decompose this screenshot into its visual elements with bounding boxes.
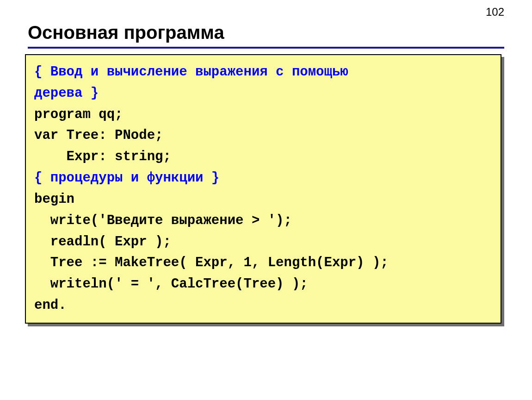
code-line: write('Введите выражение > ');	[34, 213, 292, 228]
slide: 102 Основная программа { Ввод и вычислен…	[0, 0, 532, 400]
code-line: Tree := MakeTree( Expr, 1, Length(Expr) …	[34, 255, 389, 270]
slide-title: Основная программа	[28, 22, 504, 43]
code-comment: { процедуры и функции }	[34, 170, 219, 186]
code-line: end.	[34, 298, 67, 313]
code-line: var Tree: PNode;	[34, 128, 163, 143]
code-line: readln( Expr );	[34, 234, 171, 250]
code-line: begin	[34, 192, 74, 207]
code-line: program qq;	[34, 107, 123, 122]
title-underline	[28, 47, 504, 49]
code-comment: дерева }	[34, 86, 99, 101]
code-block: { Ввод и вычисление выражения с помощью …	[25, 54, 501, 324]
code-line: Expr: string;	[34, 149, 171, 164]
code-shadow: { Ввод и вычисление выражения с помощью …	[28, 57, 504, 326]
code-comment: { Ввод и вычисление выражения с помощью	[34, 64, 348, 80]
code-line: writeln(' = ', CalcTree(Tree) );	[34, 276, 308, 292]
page-number: 102	[486, 6, 504, 19]
